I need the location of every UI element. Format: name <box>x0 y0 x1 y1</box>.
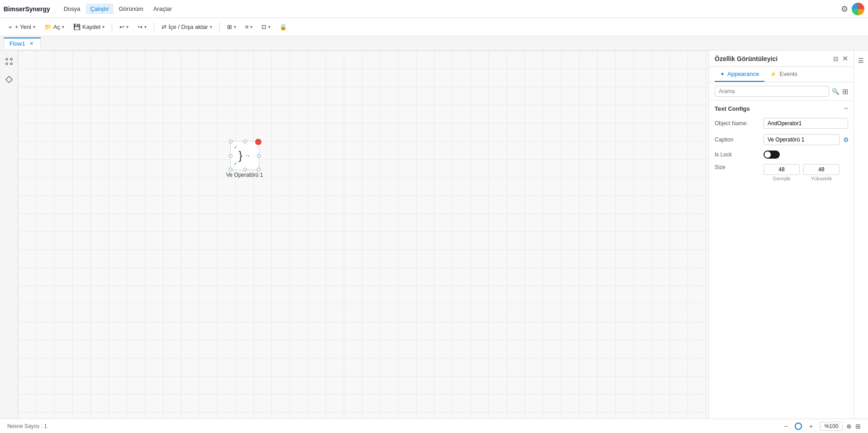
caption-input[interactable] <box>764 134 840 145</box>
redo-icon: ↪ <box>138 24 142 30</box>
size-width-group: Genişlik <box>764 164 800 181</box>
save-label: Kaydet <box>82 24 100 30</box>
redo-button[interactable]: ↪ ▾ <box>134 22 150 32</box>
svg-point-0 <box>6 58 8 60</box>
zoom-fit-button[interactable]: ⊕ <box>846 423 852 430</box>
zoom-circle-indicator <box>795 423 802 430</box>
svg-point-1 <box>10 58 12 60</box>
open-button[interactable]: 📁 Aç ▾ <box>41 22 68 32</box>
events-tab-icon: ⚡ <box>770 71 777 77</box>
node-label: Ve Operatörü 1 <box>226 172 263 178</box>
topbar: BimserSynergy Dosya Çalıştır Görünüm Ara… <box>0 0 868 18</box>
size-width-label: Genişlik <box>773 176 790 181</box>
import-export-button[interactable]: ⇄ İçe / Dışa aktar ▾ <box>158 22 215 32</box>
panel-pin-button[interactable]: ⊟ <box>833 55 839 62</box>
tabbar: Flow1 ✕ <box>0 36 868 51</box>
canvas-node-and-operator[interactable]: ✓ ✓ } → Ve Operatörü 1 <box>226 141 263 178</box>
section-collapse-button[interactable]: − <box>844 104 848 113</box>
zoom-level-display[interactable]: %100 <box>820 422 843 431</box>
menu-araclar[interactable]: Araçlar <box>149 4 176 14</box>
canvas-grid: ✓ ✓ } → Ve Operatörü 1 <box>18 51 709 419</box>
panel-view-toggle[interactable]: ⊞ <box>842 87 848 96</box>
align-button[interactable]: ≡ ▾ <box>242 22 256 32</box>
prop-row-caption: Caption ⚙ <box>715 134 848 145</box>
menu-calistir[interactable]: Çalıştır <box>86 4 114 14</box>
panel-section-header: Text Configs − <box>715 104 848 113</box>
is-lock-label: Is Lock <box>715 151 760 158</box>
plus-icon: ＋ <box>7 23 13 31</box>
size-label: Size <box>715 164 760 170</box>
lock-button[interactable]: 🔒 <box>276 22 290 32</box>
size-height-input[interactable] <box>803 164 840 175</box>
zoom-in-button[interactable]: + <box>806 421 816 432</box>
statusbar-count: Nesne Sayısı : 1 <box>7 423 47 429</box>
align-chevron: ▾ <box>250 24 252 29</box>
node-handle-bl <box>229 168 232 171</box>
panel-tab-events[interactable]: ⚡ Events <box>764 67 803 82</box>
far-right-sidebar: ☰ <box>854 51 868 419</box>
node-brace-icon: } <box>238 149 242 163</box>
menu-dosya[interactable]: Dosya <box>59 4 85 14</box>
import-export-chevron: ▾ <box>210 24 212 29</box>
is-lock-toggle[interactable] <box>764 151 780 159</box>
app-logo: BimserSynergy <box>4 5 50 13</box>
caption-settings-button[interactable]: ⚙ <box>843 136 849 143</box>
size-height-group: Yükseklik <box>803 164 840 181</box>
node-handle-tl <box>229 140 232 143</box>
menu-bar: Dosya Çalıştır Görünüm Araçlar <box>59 4 176 14</box>
grid-icon: ⊞ <box>227 24 232 30</box>
events-tab-label: Events <box>779 71 797 77</box>
layout-button[interactable]: ⊡ ▾ <box>258 22 274 32</box>
grid-button[interactable]: ⊞ ▾ <box>223 22 240 32</box>
tab-flow1-close[interactable]: ✕ <box>28 40 35 47</box>
menu-goruntum[interactable]: Görünüm <box>114 4 148 14</box>
lock-icon: 🔒 <box>280 24 287 30</box>
grid-chevron: ▾ <box>234 24 236 29</box>
right-panel: Özellik Görüntüleyici ⊟ ✕ ✦ Appearance ⚡… <box>709 51 854 419</box>
node-handle-bm <box>243 168 247 171</box>
new-chevron: ▾ <box>33 24 35 29</box>
zoom-out-button[interactable]: − <box>780 421 791 432</box>
panel-close-button[interactable]: ✕ <box>842 54 848 63</box>
caption-label: Caption <box>715 136 760 143</box>
section-title: Text Configs <box>715 105 750 112</box>
far-sidebar-icon-1[interactable]: ☰ <box>855 54 868 67</box>
import-export-label: İçe / Dışa aktar <box>168 24 208 30</box>
toolbar-sep-3 <box>219 23 220 32</box>
app-logo-circle <box>852 3 864 15</box>
search-input[interactable] <box>715 86 829 97</box>
node-arrow-icon: → <box>244 152 251 159</box>
layout-icon: ⊡ <box>261 24 266 30</box>
size-width-input[interactable] <box>764 164 800 175</box>
redo-chevron: ▾ <box>144 24 147 29</box>
node-status-dot <box>255 139 261 145</box>
toggle-knob <box>764 151 771 158</box>
sidebar-tool-1[interactable] <box>2 54 16 69</box>
save-button[interactable]: 💾 Kaydet ▾ <box>70 22 108 32</box>
left-sidebar <box>0 51 18 419</box>
undo-chevron: ▾ <box>126 24 128 29</box>
new-button[interactable]: ＋ + Yeni ▾ <box>4 21 39 33</box>
tab-flow1[interactable]: Flow1 ✕ <box>4 38 41 49</box>
svg-point-3 <box>10 63 12 65</box>
canvas-area[interactable]: ✓ ✓ } → Ve Operatörü 1 <box>18 51 709 419</box>
object-name-label: Object Name: <box>715 120 760 127</box>
object-name-input[interactable] <box>764 118 848 129</box>
panel-tabs: ✦ Appearance ⚡ Events <box>709 67 854 82</box>
node-handle-mr <box>257 154 261 158</box>
settings-icon[interactable]: ⚙ <box>841 4 848 14</box>
panel-tab-appearance[interactable]: ✦ Appearance <box>715 67 764 82</box>
save-chevron: ▾ <box>102 24 104 29</box>
sidebar-tool-2[interactable] <box>2 72 16 87</box>
prop-row-size: Size Genişlik Yükseklik <box>715 164 848 181</box>
zoom-expand-button[interactable]: ⊞ <box>855 423 861 430</box>
panel-title: Özellik Görüntüleyici <box>715 55 830 62</box>
appearance-tab-label: Appearance <box>727 71 759 77</box>
save-icon: 💾 <box>73 24 81 30</box>
statusbar: Nesne Sayısı : 1 − + %100 ⊕ ⊞ <box>0 419 868 433</box>
search-button[interactable]: 🔍 <box>832 88 840 95</box>
node-handle-br <box>257 168 261 171</box>
undo-button[interactable]: ↩ ▾ <box>116 22 132 32</box>
node-box[interactable]: ✓ ✓ } → <box>230 141 259 170</box>
node-handle-tm <box>243 140 247 143</box>
